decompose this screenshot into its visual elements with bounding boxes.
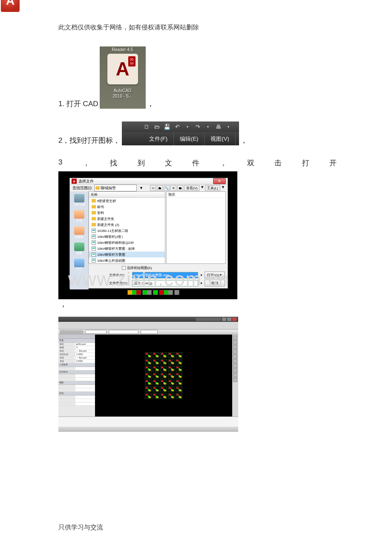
file-list[interactable]: 名称 8套拔管主材 标书 套料 新建文件夹 新建文件夹 (2) 10J60-11… xyxy=(89,191,165,264)
prop-group[interactable]: 常规 xyxy=(58,339,95,343)
list-item[interactable]: 8套拔管主材 xyxy=(89,198,165,204)
filetype-combo[interactable]: 图形 (*.dwg) xyxy=(132,280,198,286)
command-line[interactable] xyxy=(58,416,238,427)
initial-view-checkbox[interactable]: 选择初始视图(E) xyxy=(122,266,225,270)
prop-group[interactable]: 打印样式 xyxy=(58,370,95,374)
list-item[interactable]: 10kV钢管杆(2套） xyxy=(89,234,165,240)
filetype-label: 文件类型(T): xyxy=(109,281,130,286)
a-letter-small-icon: A xyxy=(6,0,14,8)
save-icon[interactable]: 💾 xyxy=(163,123,171,131)
palette-button[interactable] xyxy=(233,364,237,368)
prop-row[interactable]: 图层0 xyxy=(58,346,95,350)
cancel-button[interactable]: 取消 xyxy=(205,280,225,286)
open-file-icon[interactable]: 🗁 xyxy=(153,123,161,131)
print-icon[interactable]: 🖶 xyxy=(214,123,222,131)
toolbar-button[interactable] xyxy=(65,330,69,334)
newfolder-icon[interactable]: 🖿 xyxy=(177,185,183,191)
cad-body: 常规 颜色■ ByLayer 图层0 线型— ByLayer 线型比例1.000… xyxy=(58,335,238,416)
style-dropdown[interactable] xyxy=(141,330,158,334)
up-icon[interactable]: 🖿 xyxy=(157,185,163,191)
prop-row[interactable] xyxy=(58,396,95,399)
list-item[interactable]: 10kV钢管杆标料改Q235 xyxy=(89,240,165,246)
search-icon[interactable]: 🔍 xyxy=(164,185,170,191)
new-file-icon[interactable]: 🗋 xyxy=(142,123,151,131)
edit-menu[interactable]: 编辑(E) xyxy=(174,132,205,145)
close-button[interactable]: ✕ xyxy=(213,178,226,184)
view-dropdown[interactable]: 查看(V) xyxy=(184,185,199,191)
prop-group[interactable]: 三维效果 xyxy=(58,363,95,367)
prop-row[interactable] xyxy=(58,374,95,378)
palette-button[interactable] xyxy=(233,368,237,373)
file-menu[interactable]: 文件(F) xyxy=(143,132,174,145)
prop-row[interactable]: 颜色■ ByLayer xyxy=(58,343,95,346)
search-box[interactable] xyxy=(196,318,221,321)
layer-dropdown[interactable] xyxy=(85,330,107,334)
list-item[interactable]: 10kV钢管杆方案图 xyxy=(89,251,165,257)
view-menu[interactable]: 视图(V) xyxy=(205,132,235,145)
checkbox-icon[interactable] xyxy=(122,266,126,270)
properties-panel[interactable]: 常规 颜色■ ByLayer 图层0 线型— ByLayer 线型比例1.000… xyxy=(58,335,95,416)
prop-row[interactable]: 厚度0.0000 xyxy=(58,360,95,363)
toolbar-button[interactable] xyxy=(60,330,64,334)
list-item[interactable]: 标书 xyxy=(89,204,165,210)
app-menu-icon[interactable]: A xyxy=(1,0,20,12)
palette-button[interactable] xyxy=(233,340,237,344)
toolbar-button[interactable] xyxy=(79,330,83,334)
minimize-icon[interactable] xyxy=(222,318,226,321)
undo-icon[interactable]: ↶ xyxy=(173,123,182,131)
list-item[interactable]: 新建文件夹 (2) xyxy=(89,222,165,228)
list-item[interactable]: 10J60-11主材改二段 xyxy=(89,228,165,234)
dwg-icon xyxy=(92,240,96,245)
prop-row[interactable] xyxy=(58,399,95,402)
palette-button[interactable] xyxy=(233,359,237,363)
places-sidebar: 历史记录 文档 收藏夹 桌面 FTP xyxy=(70,191,89,289)
folder-icon xyxy=(92,205,96,208)
sidebar-ftp[interactable]: FTP xyxy=(72,259,87,270)
sidebar-favorites[interactable]: 收藏夹 xyxy=(72,226,87,239)
prop-row[interactable] xyxy=(58,388,95,392)
back-icon[interactable]: ⇦ xyxy=(150,185,156,191)
prop-row[interactable]: 线型比例1.0000 xyxy=(58,353,95,356)
list-item[interactable]: 10kV钢管杆方案图 - 副本 xyxy=(89,246,165,251)
prop-group[interactable]: 其他 xyxy=(58,392,95,396)
sidebar-desktop[interactable]: 桌面 xyxy=(72,243,87,255)
dropdown-icon[interactable]: ▾ xyxy=(183,123,192,131)
prop-row[interactable] xyxy=(58,367,95,370)
prop-group[interactable]: 视图 xyxy=(58,381,95,385)
sidebar-history[interactable]: 历史记录 xyxy=(72,194,87,207)
tools-dropdown[interactable]: 工具(L) xyxy=(205,185,220,191)
prop-row[interactable] xyxy=(58,385,95,388)
list-item[interactable]: 套料 xyxy=(89,210,165,216)
dropdown-icon[interactable]: ▾ xyxy=(224,123,233,131)
filename-label: 文件名(N): xyxy=(109,273,130,278)
palette-button[interactable] xyxy=(233,378,237,382)
sidebar-documents[interactable]: 文档 xyxy=(72,210,87,223)
dialog-app-icon: A xyxy=(72,179,77,184)
list-item[interactable]: 10kV单立杆基础图 xyxy=(89,257,165,263)
open-button[interactable]: 打开(O) ▼ xyxy=(205,272,225,278)
maximize-icon[interactable] xyxy=(227,318,231,321)
toolbar-button[interactable] xyxy=(69,330,74,334)
prop-row[interactable] xyxy=(58,378,95,381)
autocad-desktop-icon[interactable]: Reader 4.5 A 2010 AutoCAD2010 - S... xyxy=(100,46,146,109)
prop-row[interactable]: 线宽— ByLayer xyxy=(58,356,95,360)
style-dropdown[interactable] xyxy=(109,330,138,334)
list-item[interactable]: 新建文件夹 xyxy=(89,216,165,222)
dropdown-icon[interactable]: ▾ xyxy=(204,123,212,131)
delete-icon[interactable]: ✕ xyxy=(170,185,176,191)
redo-icon[interactable]: ↷ xyxy=(193,123,202,131)
palette-button[interactable] xyxy=(233,335,237,340)
prop-row[interactable]: 线型— ByLayer xyxy=(58,350,95,353)
palette-button[interactable] xyxy=(233,345,237,349)
palette-button[interactable] xyxy=(233,354,237,358)
palette-button[interactable] xyxy=(233,350,237,354)
filename-input[interactable]: 10kV钢管杆方案图.dwg xyxy=(132,272,198,278)
prop-row[interactable] xyxy=(58,402,95,406)
name-column[interactable]: 名称 xyxy=(89,192,165,198)
look-in-combo[interactable]: 聊城抽管 xyxy=(94,185,137,191)
cad-ribbon[interactable] xyxy=(58,322,238,330)
drawing-canvas[interactable] xyxy=(95,335,232,416)
toolbar-button[interactable] xyxy=(74,330,78,334)
close-icon[interactable] xyxy=(232,318,236,321)
palette-button[interactable] xyxy=(233,373,237,377)
